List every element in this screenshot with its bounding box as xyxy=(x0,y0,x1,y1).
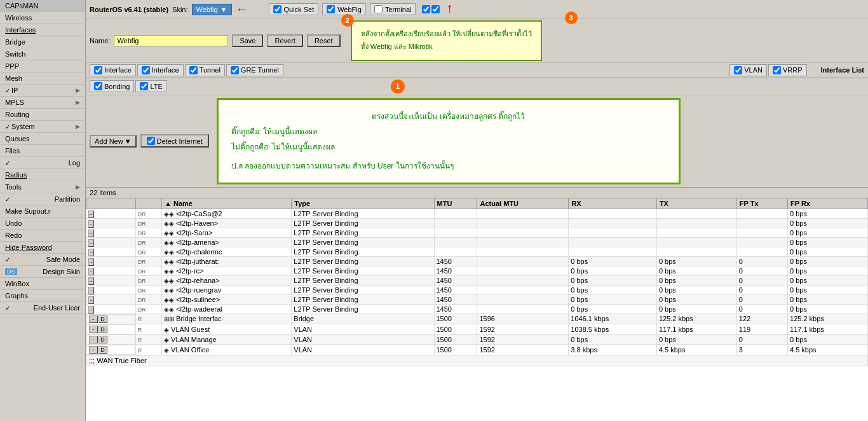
reset-button[interactable]: Reset xyxy=(307,34,341,47)
sidebar-item-winbox[interactable]: WinBox xyxy=(0,278,85,290)
row-minus-btn[interactable]: - xyxy=(89,326,98,333)
table-row[interactable]: - DR ◈◈ <l2tp-Sara> L2TP Server Binding … xyxy=(86,228,868,237)
col-mtu[interactable]: MTU xyxy=(434,198,477,209)
table-row[interactable]: - D R ◈ VLAN Office VLAN 15001592 3.8 kb… xyxy=(86,345,868,355)
tab-vlan-checkbox[interactable] xyxy=(734,66,742,74)
name-input[interactable] xyxy=(114,35,228,46)
sidebar-item-redo[interactable]: Redo xyxy=(0,230,85,242)
col-name[interactable]: ▲ Name xyxy=(162,198,292,209)
row-minus-btn[interactable]: - xyxy=(89,346,98,354)
sidebar-item-tools[interactable]: Tools ▶ xyxy=(0,181,85,193)
sidebar-item-undo[interactable]: Undo xyxy=(0,217,85,230)
row-minus-btn[interactable]: - xyxy=(89,336,98,343)
table-row[interactable]: - DR ◈◈ <l2tp-rehana> L2TP Server Bindin… xyxy=(86,275,868,285)
table-row[interactable]: - DR ◈◈ <l2tp-rc> L2TP Server Binding 14… xyxy=(86,266,868,275)
webfig-checkbox[interactable] xyxy=(327,5,335,13)
sidebar-item-graphs[interactable]: Graphs xyxy=(0,290,85,302)
sidebar-item-system[interactable]: ✓ System ▶ xyxy=(0,121,85,133)
sidebar-item-ip[interactable]: ✓ IP ▶ xyxy=(0,85,85,97)
quick-set-checkbox[interactable] xyxy=(273,5,281,13)
sidebar-item-ppp[interactable]: PPP xyxy=(0,60,85,72)
sidebar-item-wireless[interactable]: Wireless xyxy=(0,12,85,24)
sidebar-item-capsman[interactable]: CAPsMAN xyxy=(0,0,85,12)
add-new-button[interactable]: Add New ▼ xyxy=(90,135,137,148)
table-row[interactable]: - DR ◈◈ <l2tp-sulinee> L2TP Server Bindi… xyxy=(86,294,868,304)
quick-set-menu[interactable]: Quick Set xyxy=(269,3,319,15)
detect-internet-button[interactable]: Detect Internet xyxy=(140,134,209,148)
col-type[interactable]: Type xyxy=(292,198,434,209)
table-row[interactable]: - DR ◈◈ <l2tp-amena> L2TP Server Binding… xyxy=(86,237,868,247)
table-row[interactable]: - DR ◈◈ <l2tp-wadeeral L2TP Server Bindi… xyxy=(86,304,868,314)
tab-interface1[interactable]: Interface xyxy=(90,64,136,76)
row-minus-btn[interactable]: - xyxy=(88,210,94,218)
tab-vrrp[interactable]: VRRP xyxy=(768,64,807,76)
row-minus-btn[interactable]: - xyxy=(88,277,94,285)
row-d-btn[interactable]: D xyxy=(98,346,107,354)
tab-bonding[interactable]: Bonding xyxy=(90,80,134,92)
row-minus-btn[interactable]: - xyxy=(89,315,98,323)
col-rx[interactable]: RX xyxy=(569,198,657,209)
sidebar-item-queues[interactable]: Queues xyxy=(0,133,85,145)
tab-vlan[interactable]: VLAN xyxy=(729,64,767,76)
row-d-btn[interactable]: D xyxy=(98,315,107,323)
tab-bonding-checkbox[interactable] xyxy=(94,82,102,90)
sidebar-item-radius[interactable]: Radius xyxy=(0,169,85,181)
terminal-checkbox[interactable] xyxy=(374,5,383,13)
table-area[interactable]: ▲ Name Type MTU Actual MTU RX TX FP Tx F… xyxy=(86,198,868,421)
col-fp-tx[interactable]: FP Tx xyxy=(736,198,787,209)
sidebar-item-end-user[interactable]: ✓ End-User Licer xyxy=(0,302,85,314)
sidebar-item-mesh[interactable]: Mesh xyxy=(0,72,85,85)
row-minus-btn[interactable]: - xyxy=(88,306,94,314)
tab-gre-checkbox[interactable] xyxy=(231,66,239,74)
tab-interface2[interactable]: Interface xyxy=(137,64,184,76)
tab-vrrp-checkbox[interactable] xyxy=(773,66,781,74)
tab-tunnel-checkbox[interactable] xyxy=(189,66,198,74)
row-minus-btn[interactable]: - xyxy=(88,296,94,304)
col-fp-rx[interactable]: FP Rx xyxy=(788,198,868,209)
row-minus-btn[interactable]: - xyxy=(88,220,94,228)
tab-lte-checkbox[interactable] xyxy=(140,82,148,90)
extra-check1[interactable] xyxy=(422,5,430,13)
tab-tunnel[interactable]: Tunnel xyxy=(185,64,225,76)
table-row[interactable]: - DR ◈◈ <l2tp-ruengrav L2TP Server Bindi… xyxy=(86,285,868,294)
tab-gre-tunnel[interactable]: GRE Tunnel xyxy=(226,64,283,76)
sidebar-item-log[interactable]: ✓ Log xyxy=(0,157,85,169)
table-row[interactable]: - D R ⊞⊞ Bridge Interfac Bridge 15001596… xyxy=(86,314,868,324)
sidebar-item-interfaces[interactable]: Interfaces xyxy=(0,24,85,36)
row-minus-btn[interactable]: - xyxy=(88,239,94,247)
row-minus-btn[interactable]: - xyxy=(88,287,94,294)
revert-button[interactable]: Revert xyxy=(267,34,302,47)
terminal-menu[interactable]: Terminal xyxy=(370,3,416,15)
extra-check2[interactable] xyxy=(431,5,440,13)
table-row[interactable]: - DR ◈◈ <l2tp-CaSa@2 L2TP Server Binding… xyxy=(86,209,868,218)
sidebar-item-mpls[interactable]: MPLS ▶ xyxy=(0,97,85,109)
row-minus-btn[interactable]: - xyxy=(88,258,94,266)
col-actual-mtu[interactable]: Actual MTU xyxy=(477,198,569,209)
col-tx[interactable]: TX xyxy=(656,198,736,209)
tab-interface2-checkbox[interactable] xyxy=(142,66,150,74)
table-row[interactable]: - DR ◈◈ <l2tp-Haven> L2TP Server Binding… xyxy=(86,218,868,228)
sidebar-item-design-skin[interactable]: DS Design Skin xyxy=(0,266,85,278)
row-minus-btn[interactable]: - xyxy=(88,249,94,256)
table-row[interactable]: - D R ◈ VLAN Manage VLAN 15001592 0 bps0… xyxy=(86,335,868,345)
table-row[interactable]: - DR ◈◈ <l2tp-chalermc L2TP Server Bindi… xyxy=(86,247,868,256)
sidebar-item-make-supout[interactable]: Make Supout.r xyxy=(0,205,85,217)
table-row[interactable]: - DR ◈◈ <l2tp-jutharat: L2TP Server Bind… xyxy=(86,256,868,266)
row-d-btn[interactable]: D xyxy=(98,326,107,333)
sidebar-item-switch[interactable]: Switch xyxy=(0,48,85,60)
detect-checkbox[interactable] xyxy=(147,137,155,145)
row-d-btn[interactable]: D xyxy=(98,336,107,343)
row-minus-btn[interactable]: - xyxy=(88,230,94,237)
tab-interface1-checkbox[interactable] xyxy=(94,66,102,74)
row-minus-btn[interactable]: - xyxy=(88,268,94,275)
sidebar-item-safe-mode[interactable]: ✓ Safe Mode xyxy=(0,254,85,266)
sidebar-item-bridge[interactable]: Bridge xyxy=(0,36,85,48)
table-row[interactable]: - D R ◈ VLAN Guest VLAN 15001592 1038.5 … xyxy=(86,324,868,335)
sidebar-item-partition[interactable]: ✓ Partition xyxy=(0,193,85,205)
sidebar-item-routing[interactable]: Routing xyxy=(0,109,85,121)
webfig-menu[interactable]: WebFig xyxy=(322,3,366,15)
sidebar-item-hide-password[interactable]: Hide Password xyxy=(0,242,85,254)
save-button[interactable]: Save xyxy=(232,34,263,47)
skin-dropdown[interactable]: Webfig ▼ xyxy=(192,4,232,15)
tab-lte[interactable]: LTE xyxy=(135,80,166,92)
